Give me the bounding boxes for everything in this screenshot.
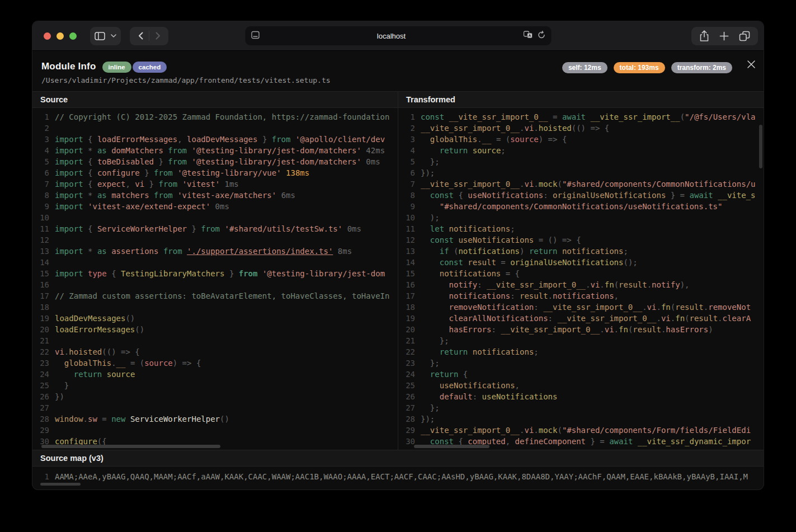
close-icon[interactable] — [746, 59, 756, 69]
code-token: '@apollo/client/dev — [295, 135, 385, 144]
code-token: }) — [55, 392, 64, 401]
line-number: 30 — [398, 436, 415, 447]
code-token: 6ms — [276, 191, 295, 200]
code-token: notifications — [449, 291, 511, 300]
code-token: vi — [605, 325, 614, 334]
code-token: } = — [586, 437, 609, 446]
sidebar-icon[interactable] — [95, 32, 105, 40]
code-token: return — [430, 370, 459, 379]
code-token — [421, 303, 449, 312]
reload-icon[interactable] — [537, 31, 545, 41]
code-token: } — [144, 180, 158, 189]
timing-badge: total: 193ms — [614, 62, 665, 73]
tabs-icon[interactable] — [739, 31, 750, 41]
code-token: as — [97, 247, 111, 256]
transformed-code[interactable]: 1const __vite_ssr_import_0__ = await __v… — [398, 108, 764, 450]
code-text: window.sw = new ServiceWorkerHelper() — [55, 413, 229, 425]
code-token: = { — [501, 269, 520, 278]
code-token: clearA — [723, 314, 751, 323]
code-line: 24 return { — [398, 369, 764, 380]
code-line: 10 ); — [398, 212, 764, 223]
line-number: 5 — [32, 156, 49, 167]
close-window-button[interactable] — [44, 32, 51, 40]
new-tab-icon[interactable] — [719, 31, 729, 41]
code-token: ( — [614, 280, 619, 289]
line-number: 10 — [398, 212, 415, 223]
back-icon[interactable] — [132, 27, 149, 45]
code-text: useNotifications, — [421, 380, 520, 391]
line-number: 7 — [32, 178, 49, 190]
minimize-window-button[interactable] — [56, 32, 64, 40]
line-number: 13 — [32, 246, 49, 257]
reader-icon[interactable] — [251, 31, 260, 41]
code-token: as — [97, 146, 111, 155]
line-number: 11 — [32, 223, 49, 234]
line-number: 19 — [32, 313, 49, 324]
code-token: notifications — [473, 347, 534, 356]
share-icon[interactable] — [699, 30, 709, 42]
line-number: 15 — [398, 268, 415, 279]
code-line: 22vi.hoisted(() => { — [32, 346, 398, 357]
code-token: useNotifications — [440, 381, 515, 390]
code-line: 3import { loadErrorMessages, loadDevMess… — [32, 134, 398, 145]
code-token: } = — [666, 191, 689, 200]
source-code[interactable]: 1// Copyright (C) 2012-2025 Zammad Found… — [32, 108, 398, 450]
code-token: notifications — [458, 247, 520, 256]
code-token: ( — [557, 180, 562, 189]
code-token: mock — [539, 426, 558, 435]
line-number: 4 — [32, 145, 49, 156]
code-line: 17// Zammad custom assertions: toBeAvata… — [32, 290, 398, 302]
horizontal-scrollbar[interactable] — [41, 445, 220, 448]
timing-badges: self: 12mstotal: 193mstransform: 2ms — [562, 62, 733, 73]
code-token: vi — [524, 124, 534, 133]
code-text: __vite_ssr_import_0__.vi.mock("#shared/c… — [421, 178, 755, 190]
translate-icon[interactable] — [523, 31, 533, 41]
code-token: , — [177, 135, 187, 144]
line-number: 13 — [398, 246, 415, 257]
code-text: const { useNotifications: originalUseNot… — [421, 190, 755, 201]
code-token: . — [548, 291, 553, 300]
module-link[interactable]: './support/assertions/index.ts' — [187, 247, 333, 256]
code-token: __vite_ssr_import_0__ — [501, 325, 600, 334]
code-line: 13 if (notifications) return notificatio… — [398, 246, 764, 257]
code-token: type — [88, 269, 111, 278]
line-number: 17 — [32, 290, 49, 302]
vertical-scrollbar[interactable] — [759, 125, 762, 168]
module-badge: inline — [102, 62, 131, 73]
chevron-down-icon[interactable] — [111, 34, 116, 37]
horizontal-scrollbar[interactable] — [414, 445, 489, 448]
code-line: 14 const result = originalUseNotificatio… — [398, 257, 764, 268]
forward-icon[interactable] — [149, 27, 166, 45]
code-text: // Zammad custom assertions: toBeAvatarE… — [55, 290, 389, 302]
line-number: 1 — [398, 111, 415, 123]
code-token: ( — [680, 112, 685, 121]
code-text: __vite_ssr_import_0__.vi.mock("#shared/c… — [421, 425, 751, 436]
code-token: loadErrorMessages — [97, 135, 177, 144]
url-text[interactable]: localhost — [260, 32, 523, 40]
code-token: // Copyright (C) 2012-2025 Zammad Founda… — [55, 112, 389, 121]
timing-badge: self: 12ms — [562, 62, 607, 73]
sourcemap-horizontal-scrollbar[interactable] — [40, 483, 81, 486]
code-token: () — [220, 415, 229, 423]
code-text: loadDevMessages() — [55, 313, 135, 324]
line-number: 11 — [398, 223, 415, 234]
code-token: 8ms — [333, 247, 352, 256]
code-token: 'vitest' — [182, 180, 220, 189]
code-line: 7__vite_ssr_import_0__.vi.mock("#shared/… — [398, 178, 764, 190]
code-token: '@testing-library/jest-dom/matchers' — [191, 157, 361, 166]
sidebar-toggle-group — [90, 27, 121, 45]
code-token: configure — [97, 168, 140, 177]
zoom-window-button[interactable] — [69, 32, 77, 40]
code-line: 28}); — [398, 413, 764, 425]
code-token: = — [496, 258, 510, 267]
code-token: { — [458, 370, 468, 379]
sourcemap-title: Source map (v3) — [32, 450, 764, 467]
code-token: 1ms — [220, 180, 239, 189]
address-bar[interactable]: localhost — [245, 26, 551, 45]
code-token: { — [88, 168, 97, 177]
transformed-panel-title: Transformed — [398, 92, 764, 108]
code-text: notify: __vite_ssr_import_0__.vi.fn(resu… — [421, 279, 690, 290]
line-number: 2 — [398, 123, 415, 134]
code-token: fn — [605, 280, 614, 289]
line-number: 8 — [32, 190, 49, 201]
